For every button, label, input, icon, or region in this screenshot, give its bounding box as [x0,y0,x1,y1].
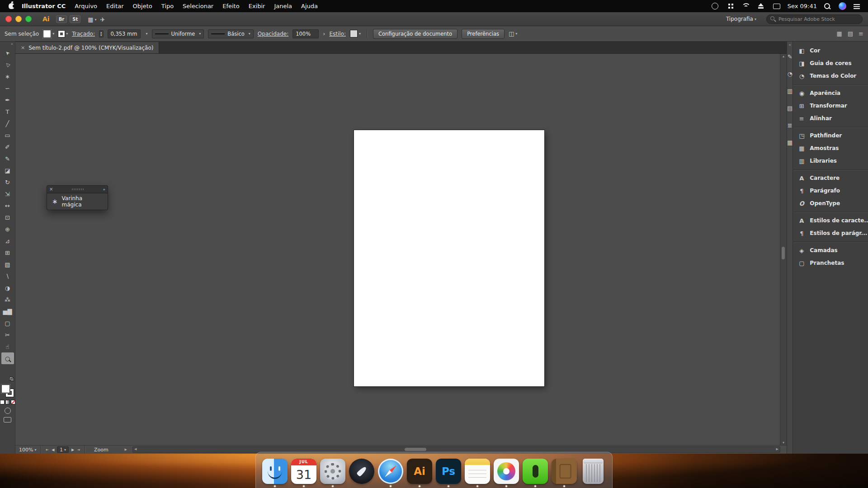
creative-cloud-icon[interactable] [711,2,720,10]
fill-color-control[interactable]: ▾ [43,30,54,38]
settings-grid-icon[interactable]: ▦ [837,30,842,37]
expand-dock-icon[interactable]: « [787,42,793,48]
pen-tool[interactable]: ✒ [1,94,14,106]
menu-selecionar[interactable]: Selecionar [178,0,218,12]
dock-address-book[interactable] [552,459,577,487]
swap-fill-stroke-icon[interactable] [9,377,14,381]
paintbrush-tool[interactable]: ✐ [1,141,14,153]
arrange-icon[interactable]: ▤ [848,30,853,37]
step-down-icon[interactable]: ▾ [100,34,102,37]
bridge-button[interactable]: Br [56,15,67,23]
menu-janela[interactable]: Janela [269,0,297,12]
stroke-weight-field[interactable]: 0,353 mm [108,29,141,38]
menu-efeito[interactable]: Efeito [218,0,244,12]
collapse-panel-icon[interactable]: » [103,188,105,192]
apple-menu-icon[interactable] [6,3,16,9]
dock-green-app[interactable] [523,459,548,487]
spotlight-icon[interactable] [823,2,832,10]
draw-mode-icon[interactable] [5,408,11,414]
collapsed-panel-icon-4[interactable]: ▤ [787,99,793,117]
symbol-sprayer-tool[interactable]: ⁂ [1,294,14,305]
panel-color-themes[interactable]: ◔Temas do Color [793,70,868,82]
dock-system-preferences[interactable] [320,459,345,487]
eyedropper-tool[interactable]: ∖ [1,270,14,282]
gpu-performance-icon[interactable]: ✈ [100,16,105,23]
opacity-label[interactable]: Opacidade: [258,31,288,37]
document-tab[interactable]: × Sem título-2.pdf @ 100% (CMYK/Visualiz… [15,42,159,53]
style-swatch-control[interactable]: ▾ [350,30,361,38]
eject-icon[interactable] [757,2,766,10]
zoom-tool[interactable]: ○ [1,352,14,364]
screen-mode-icon[interactable] [4,417,11,422]
collapsed-panel-icon-2[interactable]: ◔ [787,65,793,82]
scroll-down-arrow[interactable]: ▾ [780,441,787,445]
menu-exibir[interactable]: Exibir [244,0,270,12]
prev-artboard-button[interactable]: ◀ [52,448,54,452]
opacity-options-chevron[interactable]: › [323,30,325,37]
panel-color[interactable]: ◧Cor [793,44,868,57]
siri-icon[interactable] [839,2,846,10]
scroll-right-arrow[interactable]: ▶ [776,447,778,452]
style-label[interactable]: Estilo: [329,31,346,37]
slice-tool[interactable]: ✂ [1,329,14,341]
panel-pathfinder[interactable]: ◳Pathfinder [793,129,868,142]
mesh-tool[interactable]: ⊞ [1,247,14,258]
dock-launchpad[interactable] [349,459,374,487]
app-grid-icon[interactable] [726,2,735,10]
pencil-tool[interactable]: ✎ [1,153,14,164]
menu-arquivo[interactable]: Arquivo [70,0,102,12]
gradient-button[interactable] [5,400,10,404]
display-icon[interactable] [772,2,781,10]
panel-character-styles[interactable]: AEstilos de caracte... [793,214,868,227]
width-profile-dropdown[interactable]: Uniforme ▾ [152,29,204,38]
panel-artboards[interactable]: ▢Pranchetas [793,257,868,269]
panel-grip[interactable] [72,188,84,190]
stroke-color-control[interactable]: ▾ [58,31,68,37]
arrange-documents-icon[interactable]: ▦▾ [88,16,96,23]
panel-color-guide[interactable]: ◨Guia de cores [793,57,868,70]
menu-tipo[interactable]: Tipo [157,0,178,12]
menu-illustrator-cc[interactable]: Illustrator CC [17,0,70,12]
dock-finder[interactable] [262,459,288,487]
close-panel-icon[interactable]: × [49,187,53,192]
width-tool[interactable]: ↔ [1,200,14,211]
workspace-switcher[interactable]: Tipografia ▾ [726,16,756,22]
artboard[interactable] [354,130,544,386]
status-flyout-arrow[interactable]: ▶ [125,448,127,451]
notification-center-icon[interactable] [853,2,862,10]
style-swatch[interactable] [350,30,358,38]
canvas[interactable]: × » ∗ Varinha mágica ▴ ▾ [15,54,787,445]
collapsed-panel-icon-6[interactable]: ▦ [787,134,793,151]
horizontal-scroll-thumb[interactable] [405,448,426,451]
collapsed-panel-icon-1[interactable]: ✎ [787,48,793,65]
dock-notes[interactable] [465,459,490,487]
panel-opentype[interactable]: OOpenType [793,197,868,210]
dock-safari[interactable] [378,459,403,487]
scroll-up-arrow[interactable]: ▴ [780,54,787,58]
wifi-icon[interactable] [741,2,750,10]
gradient-tool[interactable]: ▧ [1,258,14,270]
preferences-button[interactable]: Preferências [462,29,505,39]
expand-tools-icon[interactable]: » [0,42,15,47]
dock-trash[interactable] [580,459,606,487]
dock-illustrator[interactable]: Ai [407,459,432,487]
perspective-grid-tool[interactable]: ⊿ [1,235,14,247]
hand-tool[interactable]: ☝ [1,341,14,352]
menubar-clock[interactable]: Sex 09:41 [788,3,817,9]
vertical-scrollbar[interactable]: ▴ ▾ [780,54,787,445]
select-similar-icon[interactable]: ◫ ▾ [509,30,517,37]
eraser-tool[interactable]: ◪ [1,164,14,176]
menu-objeto[interactable]: Objeto [128,0,157,12]
line-segment-tool[interactable]: ╱ [1,117,14,129]
free-transform-tool[interactable]: ⊡ [1,211,14,223]
panel-align[interactable]: ≡Alinhar [793,112,868,125]
artboard-tool[interactable]: ▢ [1,317,14,329]
collapsed-panel-icon-5[interactable]: ≣ [787,117,793,134]
direct-selection-tool[interactable]: ▷ [1,59,14,70]
type-tool[interactable]: T [1,106,14,117]
chevron-down-icon[interactable]: ▾ [146,32,148,36]
dock-calendar[interactable]: JUL31 [291,459,316,487]
close-tab-icon[interactable]: × [21,45,25,51]
dock-photoshop[interactable]: Ps [436,459,461,487]
first-artboard-button[interactable]: ⇤ [46,448,49,452]
